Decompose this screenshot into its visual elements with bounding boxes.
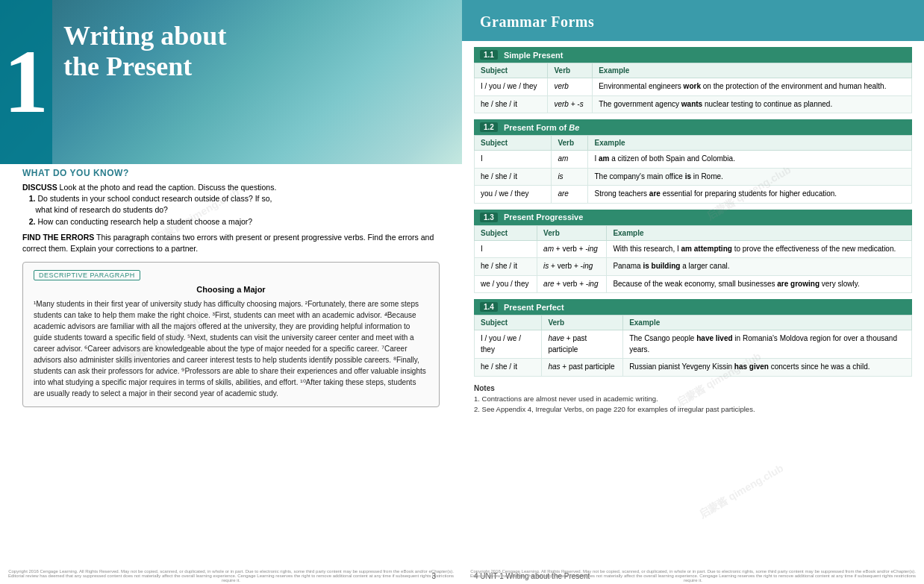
cell-verb: are + verb + -ing [537,275,607,293]
section-1-4-header: 1.4 Present Perfect [474,299,912,315]
unit-number-box: 1 [0,0,52,164]
table-row: he / she / it is + verb + -ing Panama is… [475,258,912,276]
col-verb-11: Verb [548,63,593,78]
cell-example: The government agency wants nuclear test… [593,95,912,113]
cell-verb: has + past participle [542,359,623,377]
section-1-4: 1.4 Present Perfect Subject Verb Example… [474,299,912,377]
cell-subject: we / you / they [475,275,537,293]
table-row: we / you / they are + verb + -ing Becaus… [475,275,912,293]
unit-number: 1 [4,37,49,127]
section-1-2-table: Subject Verb Example I am I am a citizen… [474,135,912,204]
cell-example: With this research, I am attempting to p… [607,240,912,258]
col-subject-11: Subject [475,63,548,78]
cell-verb: verb [548,78,593,96]
cell-verb: am [552,151,588,169]
cell-subject: I / you / we / they [475,78,548,96]
col-subject-12: Subject [475,136,552,151]
table-row: you / we / they are Strong teachers are … [475,186,912,204]
section-1-2-title: Present Form of Be [504,123,579,132]
table-row: I am I am a citizen of both Spain and Co… [475,151,912,169]
section-1-2-header: 1.2 Present Form of Be [474,119,912,135]
col-example-12: Example [588,136,912,151]
cell-subject: he / she / it [475,359,542,377]
left-page: 1 Writing aboutthe Present WHAT DO YOU K… [0,0,462,584]
cell-example: The company's main office is in Rome. [588,168,912,186]
find-errors-section: FIND THE ERRORS This paragraph contains … [22,232,440,254]
copyright-right: Copyright 2016 Cengage Learning. All Rig… [462,568,924,584]
section-1-1-header: 1.1 Simple Present [474,47,912,63]
table-row: I / you / we / they verb Environmental e… [475,78,912,96]
descriptive-paragraph-box: DESCRIPTIVE PARAGRAPH Choosing a Major ¹… [22,262,440,407]
desc-tag: DESCRIPTIVE PARAGRAPH [34,270,140,280]
section-1-4-badge: 1.4 [480,302,498,312]
col-verb-14: Verb [542,315,623,330]
table-row: he / she / it is The company's main offi… [475,168,912,186]
table-row: he / she / it verb + -s The government a… [475,95,912,113]
right-page: Grammar Forms 1.1 Simple Present Subject… [462,0,924,584]
section-1-3-table: Subject Verb Example I am + verb + -ing … [474,225,912,294]
cell-subject: he / she / it [475,168,552,186]
desc-body: ¹Many students in their first year of un… [34,298,428,399]
what-do-you-know-heading: WHAT DO YOU KNOW? [22,168,440,178]
cell-subject: I [475,151,552,169]
cell-subject: I [475,240,537,258]
cell-verb: verb + -s [548,95,593,113]
col-example-11: Example [593,63,912,78]
note-1: 1. Contractions are almost never used in… [474,394,912,404]
cell-subject: he / she / it [475,95,548,113]
col-subject-13: Subject [475,225,537,240]
cell-example: Panama is building a larger canal. [607,258,912,276]
cell-subject: you / we / they [475,186,552,204]
col-example-13: Example [607,225,912,240]
cell-subject: he / she / it [475,258,537,276]
section-1-2: 1.2 Present Form of Be Subject Verb Exam… [474,119,912,204]
cell-verb: are [552,186,588,204]
cell-verb: am + verb + -ing [537,240,607,258]
copyright-left: Copyright 2016 Cengage Learning. All Rig… [0,568,462,584]
section-1-3-title: Present Progressive [504,213,583,222]
notes-section: Notes 1. Contractions are almost never u… [474,383,912,415]
grammar-title: Grammar Forms [480,13,594,30]
cell-example: Russian pianist Yevgeny Kissin has given… [623,359,912,377]
section-1-3: 1.3 Present Progressive Subject Verb Exa… [474,210,912,294]
section-1-2-badge: 1.2 [480,122,498,132]
discuss-section: DISCUSS Look at the photo and read the c… [22,182,440,227]
note-2: 2. See Appendix 4, Irregular Verbs, on p… [474,404,912,415]
left-content: WHAT DO YOU KNOW? DISCUSS Look at the ph… [0,168,462,569]
grammar-header: Grammar Forms [462,0,924,41]
cell-example: The Csango people have lived in Romania'… [623,330,912,359]
cell-subject: I / you / we / they [475,330,542,359]
section-1-1: 1.1 Simple Present Subject Verb Example … [474,47,912,113]
col-verb-12: Verb [552,136,588,151]
cell-verb: is + verb + -ing [537,258,607,276]
cell-example: I am a citizen of both Spain and Colombi… [588,151,912,169]
discuss-label: DISCUSS [22,183,57,192]
cell-example: Environmental engineers work on the prot… [593,78,912,96]
watermark5: 启蒙酱 qimeng.club [696,462,786,521]
cell-example: Because of the weak economy, small busin… [607,275,912,293]
table-row: I am + verb + -ing With this research, I… [475,240,912,258]
desc-title: Choosing a Major [34,285,428,294]
cell-verb: is [552,168,588,186]
cell-verb: have + past participle [542,330,623,359]
grammar-content: 1.1 Simple Present Subject Verb Example … [462,41,924,421]
section-1-1-badge: 1.1 [480,50,498,60]
col-example-14: Example [623,315,912,330]
table-row: he / she / it has + past participle Russ… [475,359,912,377]
table-row: I / you / we / they have + past particip… [475,330,912,359]
section-1-3-header: 1.3 Present Progressive [474,210,912,225]
section-1-1-title: Simple Present [504,51,563,60]
section-1-4-table: Subject Verb Example I / you / we / they… [474,315,912,377]
section-1-3-badge: 1.3 [480,213,498,222]
unit-title: Writing aboutthe Present [63,21,226,83]
col-subject-14: Subject [475,315,542,330]
col-verb-13: Verb [537,225,607,240]
cell-example: Strong teachers are essential for prepar… [588,186,912,204]
section-1-4-title: Present Perfect [504,303,564,312]
notes-title: Notes [474,383,912,394]
discuss-intro: Look at the photo and read the caption. … [60,183,277,192]
find-errors-label: FIND THE ERRORS [22,233,94,242]
section-1-1-table: Subject Verb Example I / you / we / they… [474,63,912,113]
